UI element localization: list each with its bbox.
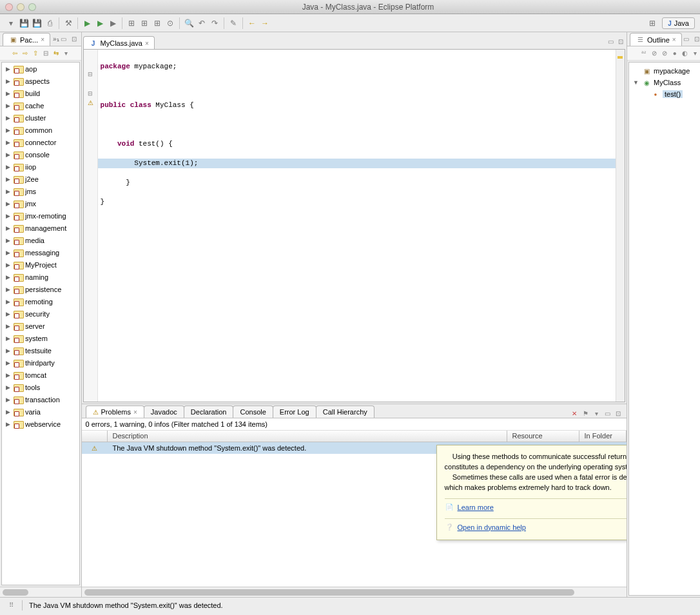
expand-icon[interactable]: ▶	[6, 409, 12, 415]
tree-item-server[interactable]: ▶server	[2, 320, 79, 332]
tree-item-media[interactable]: ▶media	[2, 234, 79, 246]
expand-icon[interactable]: ▶	[6, 396, 12, 403]
expand-icon[interactable]: ▶	[6, 213, 12, 219]
col-folder[interactable]: In Folder	[579, 431, 627, 442]
tree-item-jmx[interactable]: ▶jmx	[2, 197, 79, 210]
close-icon[interactable]: ×	[672, 36, 676, 43]
tab-error-log[interactable]: Error Log	[273, 405, 316, 418]
fastview-icon[interactable]: ⠿	[6, 601, 15, 610]
view-menu-icon[interactable]: ▾	[62, 49, 71, 58]
tree-item-j2ee[interactable]: ▶j2ee	[2, 173, 79, 185]
new-type-icon[interactable]: ⊞	[151, 17, 163, 29]
perspective-java[interactable]: Java	[662, 17, 695, 29]
tree-item-transaction[interactable]: ▶transaction	[2, 393, 79, 405]
maximize-view-icon[interactable]: ⊡	[70, 35, 79, 44]
collapse-all-icon[interactable]: ⊟	[41, 49, 50, 58]
horizontal-scrollbar[interactable]	[0, 587, 81, 597]
fold-icon[interactable]: ⊟	[84, 88, 97, 98]
tree-item-messaging[interactable]: ▶messaging	[2, 246, 79, 259]
tree-item-MyProject[interactable]: ▶MyProject	[2, 259, 79, 271]
expand-icon[interactable]: ▶	[6, 127, 12, 133]
horizontal-scrollbar[interactable]	[82, 587, 627, 597]
sort-icon[interactable]: ᵃᶻ	[639, 49, 648, 58]
expand-icon[interactable]: ▶	[6, 176, 12, 182]
tab-call-hierarchy[interactable]: Call Hierarchy	[316, 405, 374, 418]
tree-item-build[interactable]: ▶build	[2, 87, 79, 99]
tree-item-tools[interactable]: ▶tools	[2, 381, 79, 393]
last-edit-icon[interactable]: ✎	[228, 17, 239, 29]
outline-package[interactable]: mypackage	[629, 65, 700, 77]
expand-icon[interactable]: ▶	[6, 372, 12, 378]
expand-icon[interactable]: ▶	[6, 421, 12, 427]
maximize-view-icon[interactable]: ⊡	[614, 409, 623, 418]
expand-icon[interactable]: ▶	[6, 360, 12, 366]
expand-icon[interactable]: ▶	[6, 335, 12, 342]
tree-item-varia[interactable]: ▶varia	[2, 405, 79, 418]
expand-icon[interactable]: ▼	[633, 79, 639, 86]
expand-icon[interactable]: ▶	[6, 90, 12, 97]
run-icon[interactable]: ▶	[94, 17, 106, 29]
open-perspective-icon[interactable]: ⊞	[647, 17, 658, 29]
debug-icon[interactable]: ▶	[81, 17, 93, 29]
build-icon[interactable]: ⚒	[63, 17, 74, 29]
outline-tab[interactable]: ☰ Outline ×	[630, 33, 682, 46]
maximize-editor-icon[interactable]: ⊡	[616, 37, 625, 46]
back-icon[interactable]: ⇦	[10, 49, 19, 58]
search-icon[interactable]: 🔍	[183, 17, 195, 29]
col-resource[interactable]: Resource	[507, 431, 579, 442]
delete-icon[interactable]: ✕	[570, 409, 579, 418]
nav-forward-icon[interactable]: →	[259, 17, 271, 29]
expand-icon[interactable]: ▶	[6, 323, 12, 329]
expand-icon[interactable]: ▶	[6, 262, 12, 268]
outline-class[interactable]: ▼ MyClass	[629, 77, 700, 88]
print-icon[interactable]: ⎙	[44, 17, 55, 29]
tree-item-console[interactable]: ▶console	[2, 148, 79, 161]
outline-tree[interactable]: mypackage ▼ MyClass test()	[628, 62, 700, 596]
tab-declaration[interactable]: Declaration	[184, 405, 234, 418]
hide-fields-icon[interactable]: ⊘	[650, 49, 659, 58]
link-editor-icon[interactable]: ⇆	[52, 49, 61, 58]
code-text[interactable]: package mypackage; public class MyClass …	[98, 50, 616, 402]
package-explorer-tab[interactable]: Pac... ×	[3, 33, 50, 46]
editor-gutter[interactable]: ⊟ ⊟ ⚠	[84, 50, 98, 402]
new-class-icon[interactable]: ⊞	[139, 17, 150, 29]
fold-icon[interactable]: ⊟	[84, 69, 97, 79]
learn-more-link[interactable]: 📄 Learn more	[445, 503, 627, 513]
tree-item-persistence[interactable]: ▶persistence	[2, 283, 79, 295]
new-package-icon[interactable]: ⊞	[126, 17, 137, 29]
close-icon[interactable]: ×	[41, 36, 44, 43]
tree-item-cluster[interactable]: ▶cluster	[2, 112, 79, 124]
expand-icon[interactable]: ▶	[6, 66, 12, 72]
expand-icon[interactable]: ▶	[6, 347, 12, 354]
expand-icon[interactable]: ▶	[6, 384, 12, 391]
filter-icon[interactable]: ⚑	[581, 409, 590, 418]
tab-console[interactable]: Console	[233, 405, 273, 418]
editor-tab-myclass[interactable]: MyClass.java ×	[83, 36, 155, 49]
minimize-view-icon[interactable]: ▭	[603, 409, 612, 418]
tree-item-webservice[interactable]: ▶webservice	[2, 418, 79, 430]
tree-item-aspects[interactable]: ▶aspects	[2, 75, 79, 87]
tree-item-management[interactable]: ▶management	[2, 222, 79, 234]
tree-item-security[interactable]: ▶security	[2, 308, 79, 320]
tree-item-remoting[interactable]: ▶remoting	[2, 295, 79, 308]
warning-overview-mark[interactable]	[617, 56, 623, 59]
minimize-view-icon[interactable]: ▭	[682, 35, 691, 44]
tree-item-system[interactable]: ▶system	[2, 332, 79, 344]
expand-icon[interactable]: ▶	[6, 139, 12, 146]
code-editor[interactable]: ⊟ ⊟ ⚠ package mypackage; public class My…	[83, 49, 625, 402]
expand-icon[interactable]: ▶	[6, 78, 12, 84]
hide-static-icon[interactable]: ⊘	[660, 49, 669, 58]
minimize-window-button[interactable]	[17, 3, 24, 11]
open-type-icon[interactable]: ⊙	[164, 17, 176, 29]
overview-ruler[interactable]	[616, 50, 625, 402]
expand-icon[interactable]: ▶	[6, 200, 12, 207]
tab-overflow[interactable]: »₁	[53, 35, 59, 43]
expand-icon[interactable]: ▶	[6, 225, 12, 231]
expand-icon[interactable]: ▶	[6, 188, 12, 195]
hide-local-icon[interactable]: ◐	[681, 49, 690, 58]
expand-icon[interactable]: ▶	[6, 102, 12, 109]
col-description[interactable]: Description	[108, 431, 507, 442]
outline-method[interactable]: test()	[629, 88, 700, 100]
close-icon[interactable]: ×	[133, 409, 137, 416]
minimize-editor-icon[interactable]: ▭	[606, 37, 615, 46]
